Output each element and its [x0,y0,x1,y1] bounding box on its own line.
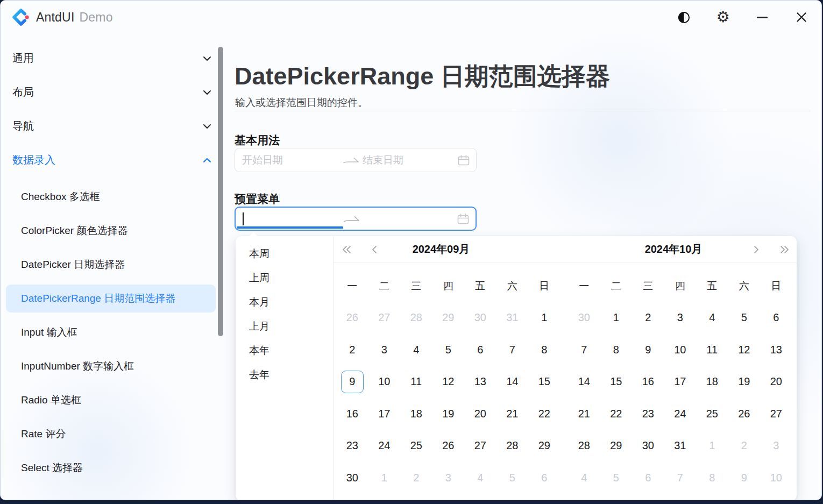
preset-item-2[interactable]: 本月 [236,290,333,314]
day-cell[interactable]: 26 [336,302,368,334]
day-cell[interactable]: 10 [760,462,792,494]
day-cell[interactable]: 13 [760,334,792,366]
date-range-input-presets[interactable] [235,207,477,231]
day-cell[interactable]: 25 [400,430,432,462]
day-cell[interactable]: 4 [568,462,600,494]
sidebar-item-4[interactable]: Input 输入框 [6,318,216,346]
preset-item-5[interactable]: 去年 [236,363,333,387]
sidebar-item-7[interactable]: Rate 评分 [6,420,216,448]
theme-contrast-button[interactable] [675,9,692,26]
sidebar-scrollbar[interactable] [217,41,224,496]
day-cell[interactable]: 4 [400,334,432,366]
day-cell[interactable]: 4 [464,462,496,494]
day-cell[interactable]: 12 [432,366,465,398]
day-cell[interactable]: 3 [664,302,697,334]
day-cell[interactable]: 3 [760,430,792,462]
day-cell[interactable]: 26 [432,430,465,462]
day-cell[interactable]: 5 [728,302,761,334]
day-cell[interactable]: 16 [336,398,368,430]
day-cell[interactable]: 29 [600,430,633,462]
day-cell[interactable]: 3 [432,462,465,494]
day-cell[interactable]: 19 [432,398,465,430]
day-cell[interactable]: 5 [600,462,633,494]
day-cell[interactable]: 9 [632,334,664,366]
day-cell[interactable]: 28 [568,430,600,462]
day-cell[interactable]: 11 [400,366,432,398]
day-cell[interactable]: 28 [400,302,432,334]
day-cell[interactable]: 14 [568,366,600,398]
day-cell[interactable]: 10 [664,334,697,366]
day-cell[interactable]: 21 [496,398,529,430]
sidebar-scrollbar-thumb[interactable] [218,47,223,336]
day-cell[interactable]: 19 [728,366,761,398]
day-cell[interactable]: 22 [600,398,633,430]
day-cell[interactable]: 7 [496,334,529,366]
day-cell[interactable]: 1 [600,302,633,334]
day-cell[interactable]: 27 [760,398,792,430]
day-cell[interactable]: 8 [600,334,633,366]
day-cell[interactable]: 9 [336,366,368,398]
start-date-placeholder[interactable]: 开始日期 [242,148,283,172]
day-cell[interactable]: 15 [528,366,561,398]
day-cell[interactable]: 24 [368,430,401,462]
day-cell[interactable]: 17 [368,398,401,430]
day-cell[interactable]: 12 [728,334,761,366]
day-cell[interactable]: 31 [496,302,529,334]
day-cell[interactable]: 23 [632,398,664,430]
sidebar-item-8[interactable]: Select 选择器 [6,454,216,482]
day-cell[interactable]: 26 [728,398,761,430]
day-cell[interactable]: 3 [368,334,401,366]
day-cell[interactable]: 20 [760,366,792,398]
preset-item-0[interactable]: 本周 [236,242,333,266]
day-cell[interactable]: 6 [632,462,664,494]
sidebar-item-5[interactable]: InputNumber 数字输入框 [6,352,216,380]
day-cell[interactable]: 23 [336,430,368,462]
day-cell[interactable]: 6 [760,302,792,334]
day-cell[interactable]: 7 [568,334,600,366]
day-cell[interactable]: 8 [528,334,561,366]
preset-item-1[interactable]: 上周 [236,266,333,290]
day-cell[interactable]: 5 [432,334,465,366]
day-cell[interactable]: 2 [400,462,432,494]
day-cell[interactable]: 10 [368,366,401,398]
day-cell[interactable]: 28 [496,430,529,462]
day-cell[interactable]: 1 [696,430,728,462]
day-cell[interactable]: 17 [664,366,697,398]
sidebar-item-9[interactable]: SelectMultiple 多选选择器 [6,488,216,496]
day-cell[interactable]: 9 [728,462,761,494]
day-cell[interactable]: 20 [464,398,496,430]
day-cell[interactable]: 27 [368,302,401,334]
sidebar-group-1[interactable]: 布局 [1,75,226,109]
end-date-placeholder[interactable]: 结束日期 [363,148,403,172]
minimize-button[interactable] [754,9,771,26]
day-cell[interactable]: 29 [528,430,561,462]
day-cell[interactable]: 5 [496,462,529,494]
day-cell[interactable]: 25 [696,398,728,430]
day-cell[interactable]: 31 [664,430,697,462]
sidebar-group-0[interactable]: 通用 [1,41,226,75]
day-cell[interactable]: 30 [464,302,496,334]
day-cell[interactable]: 18 [696,366,728,398]
day-cell[interactable]: 21 [568,398,600,430]
preset-item-3[interactable]: 上月 [236,314,333,338]
day-cell[interactable]: 18 [400,398,432,430]
sidebar-group-2[interactable]: 导航 [1,109,226,143]
day-cell[interactable]: 2 [728,430,761,462]
day-cell[interactable]: 16 [632,366,664,398]
day-cell[interactable]: 30 [632,430,664,462]
day-cell[interactable]: 30 [336,462,368,494]
day-cell[interactable]: 14 [496,366,529,398]
day-cell[interactable]: 8 [696,462,728,494]
day-cell[interactable]: 1 [528,302,561,334]
day-cell[interactable]: 22 [528,398,561,430]
preset-item-4[interactable]: 本年 [236,338,333,363]
day-cell[interactable]: 4 [696,302,728,334]
sidebar-group-3[interactable]: 数据录入 [1,143,226,177]
day-cell[interactable]: 15 [600,366,633,398]
sidebar-item-2[interactable]: DatePicker 日期选择器 [6,251,216,279]
sidebar-item-1[interactable]: ColorPicker 颜色选择器 [6,217,216,245]
sidebar-item-0[interactable]: Checkbox 多选框 [6,183,216,211]
day-cell[interactable]: 2 [632,302,664,334]
day-cell[interactable]: 13 [464,366,496,398]
close-button[interactable] [793,9,810,26]
